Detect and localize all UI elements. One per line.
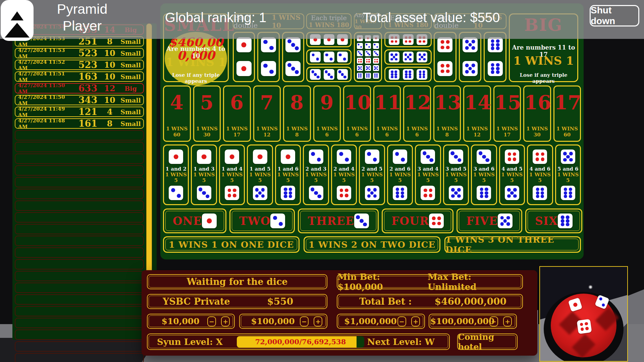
bet-triple-2[interactable] bbox=[306, 49, 352, 65]
bet-combo-3-6[interactable]: 3 and 61 WINS 5 bbox=[471, 144, 497, 205]
bet-double-1[interactable] bbox=[233, 32, 255, 82]
bet-single-five[interactable]: FIVE bbox=[457, 208, 522, 233]
history-time: 4/27/2024 11:50 AM bbox=[15, 94, 74, 106]
bet-combo-4-6[interactable]: 4 and 61 WINS 5 bbox=[527, 144, 553, 205]
bet-combo-4-5[interactable]: 4 and 51 WINS 5 bbox=[499, 144, 525, 205]
bet-number-17[interactable]: 171 WINS 60 bbox=[553, 85, 581, 142]
bet-combo-1-6[interactable]: 1 and 61 WINS 5 bbox=[275, 144, 301, 205]
bet-combo-1-2[interactable]: 1 and 21 WINS 5 bbox=[163, 144, 189, 205]
chip-select-4[interactable]: $100,000,000−+ bbox=[429, 314, 517, 329]
bet-single-two[interactable]: TWO bbox=[229, 208, 295, 233]
app-logo bbox=[1, 0, 34, 41]
bet-combo-1-5[interactable]: 1 and 51 WINS 5 bbox=[247, 144, 273, 205]
bet-number-15[interactable]: 151 WINS 17 bbox=[493, 85, 521, 142]
chip-amount: $100,000,000 bbox=[430, 316, 494, 326]
bet-number-10[interactable]: 101 WINS 6 bbox=[343, 85, 371, 142]
bet-double-6[interactable] bbox=[484, 32, 506, 82]
bet-number-7[interactable]: 71 WINS 12 bbox=[253, 85, 281, 142]
bet-combo-3-5[interactable]: 3 and 51 WINS 5 bbox=[443, 144, 469, 205]
bet-number-14[interactable]: 141 WINS 12 bbox=[463, 85, 491, 142]
die-face-6 bbox=[558, 214, 573, 228]
bet-double-5[interactable] bbox=[459, 32, 482, 82]
combo-odds: 1 WINS 5 bbox=[444, 172, 468, 183]
bet-double-2[interactable] bbox=[257, 32, 279, 82]
shutdown-button[interactable]: Shut down bbox=[590, 5, 639, 26]
bet-number-13[interactable]: 131 WINS 8 bbox=[433, 85, 461, 142]
bet-triple-1[interactable] bbox=[306, 32, 352, 47]
bet-double-4[interactable] bbox=[434, 32, 457, 82]
app-title-line1: Pyramid bbox=[40, 1, 124, 17]
number-odds: 1 WINS 17 bbox=[494, 126, 520, 138]
chip-plus-button[interactable]: + bbox=[221, 316, 230, 326]
bet-big[interactable]: BIG Are numbers 11 to 17 1 WINS 1 Lose i… bbox=[509, 13, 578, 82]
level-progress-text: 72,000,000/76,692,538 bbox=[237, 336, 364, 348]
chip-select-1[interactable]: $10,000−+ bbox=[147, 314, 235, 329]
history-dice: 523 bbox=[74, 49, 101, 58]
history-row-empty bbox=[15, 177, 144, 187]
light-glow bbox=[589, 286, 592, 289]
bet-triple-3[interactable] bbox=[306, 67, 352, 82]
combo-labels: 1 and 61 WINS 5 bbox=[276, 166, 300, 183]
chip-minus-button[interactable]: − bbox=[207, 316, 216, 326]
combo-label: 4 and 5 bbox=[500, 166, 524, 172]
combo-labels: 3 and 61 WINS 5 bbox=[472, 166, 496, 183]
bet-combo-5-6[interactable]: 5 and 61 WINS 5 bbox=[555, 144, 581, 205]
chip-minus-button[interactable]: − bbox=[300, 316, 309, 326]
bet-single-three[interactable]: THREE bbox=[298, 208, 378, 233]
bet-number-11[interactable]: 111 WINS 6 bbox=[373, 85, 401, 142]
history-result: Small bbox=[118, 108, 143, 116]
chip-plus-button[interactable]: + bbox=[314, 316, 322, 326]
number-odds: 1 WINS 17 bbox=[224, 126, 250, 138]
bet-any-triple[interactable] bbox=[354, 32, 382, 82]
die-face-4 bbox=[403, 34, 414, 45]
die-face-5 bbox=[561, 149, 575, 164]
bet-triple-6[interactable] bbox=[384, 67, 432, 82]
number-odds: 1 WINS 6 bbox=[344, 126, 370, 138]
bet-single-four[interactable]: FOUR bbox=[382, 208, 453, 233]
history-row-empty bbox=[15, 353, 144, 362]
combo-label: 2 and 4 bbox=[332, 166, 356, 172]
chip-minus-button[interactable]: − bbox=[489, 316, 498, 326]
combo-label: 2 and 6 bbox=[388, 166, 412, 172]
bet-combo-2-3[interactable]: 2 and 31 WINS 5 bbox=[303, 144, 329, 205]
die-face-4 bbox=[357, 58, 363, 64]
each-triple-right-cells bbox=[384, 32, 432, 82]
bet-combo-2-5[interactable]: 2 and 51 WINS 5 bbox=[359, 144, 385, 205]
combo-label: 1 and 4 bbox=[220, 166, 244, 172]
chip-minus-button[interactable]: − bbox=[397, 316, 406, 326]
coming-hotel-button[interactable]: Coming hotel bbox=[457, 334, 518, 350]
bet-single-one[interactable]: ONE bbox=[163, 208, 226, 233]
bet-double-3[interactable] bbox=[282, 32, 304, 82]
number-value: 14 bbox=[464, 91, 490, 114]
bet-combo-3-4[interactable]: 3 and 41 WINS 5 bbox=[415, 144, 441, 205]
combo-labels: 2 and 31 WINS 5 bbox=[304, 166, 328, 183]
bet-triple-5[interactable] bbox=[384, 49, 432, 65]
bet-combo-2-4[interactable]: 2 and 41 WINS 5 bbox=[331, 144, 357, 205]
chip-plus-button[interactable]: + bbox=[411, 316, 420, 326]
bet-number-4[interactable]: 41 WINS 60 bbox=[163, 85, 191, 142]
bet-number-8[interactable]: 81 WINS 8 bbox=[283, 85, 311, 142]
bet-combo-2-6[interactable]: 2 and 61 WINS 5 bbox=[387, 144, 413, 205]
big-subtitle: Are numbers 11 to 17 bbox=[510, 44, 577, 58]
history-result: Small bbox=[118, 120, 143, 127]
history-total: 10 bbox=[101, 72, 118, 81]
bet-single-six[interactable]: SIX bbox=[525, 208, 582, 233]
bet-combo-1-4[interactable]: 1 and 41 WINS 5 bbox=[219, 144, 245, 205]
chip-plus-button[interactable]: + bbox=[503, 316, 512, 326]
bet-triple-4[interactable] bbox=[384, 32, 432, 47]
number-value: 10 bbox=[344, 91, 370, 114]
number-odds: 1 WINS 6 bbox=[404, 126, 430, 138]
chip-select-3[interactable]: $1,000,000−+ bbox=[337, 314, 425, 329]
combo-labels: 4 and 51 WINS 5 bbox=[500, 166, 524, 183]
bet-number-5[interactable]: 51 WINS 30 bbox=[193, 85, 221, 142]
history-row: 4/27/2024 11:50 AM34310Small bbox=[15, 95, 144, 105]
chip-select-2[interactable]: $100,000−+ bbox=[239, 314, 327, 329]
bet-number-16[interactable]: 161 WINS 30 bbox=[523, 85, 551, 142]
die-face-3 bbox=[373, 50, 379, 56]
bet-number-12[interactable]: 121 WINS 6 bbox=[403, 85, 431, 142]
die-face-5 bbox=[463, 37, 478, 52]
bet-number-6[interactable]: 61 WINS 17 bbox=[223, 85, 251, 142]
bet-combo-1-3[interactable]: 1 and 31 WINS 5 bbox=[191, 144, 217, 205]
bet-number-9[interactable]: 91 WINS 6 bbox=[313, 85, 341, 142]
round-status: Waiting for the dice bbox=[147, 274, 327, 289]
